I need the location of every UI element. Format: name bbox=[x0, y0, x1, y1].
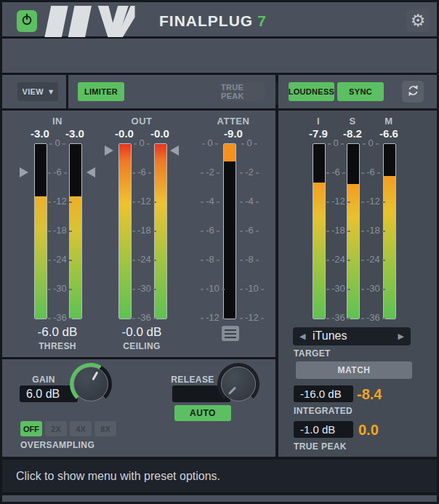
ceiling-label: CEILING bbox=[109, 341, 174, 351]
scale-tick-label: -30 bbox=[130, 284, 153, 294]
true-peak-label: TRUE PEAK bbox=[294, 441, 347, 452]
ceiling-marker-right-icon[interactable] bbox=[170, 145, 179, 156]
scale-tick-label: 0 bbox=[359, 138, 382, 148]
scale-tick-label: -6 bbox=[46, 167, 69, 177]
plugin-title: FINALPLUG7 bbox=[159, 12, 267, 30]
footer-strip bbox=[2, 495, 437, 502]
in-meter-label: IN bbox=[36, 116, 79, 127]
scale-tick-label: -6 bbox=[130, 167, 153, 177]
scale-tick-label: -18 bbox=[130, 225, 153, 236]
target-name: iTunes bbox=[313, 329, 347, 343]
scale-tick-label: -12 bbox=[130, 196, 153, 207]
scale-tick-label: -12 bbox=[359, 196, 382, 207]
title-bar: FINALPLUG7 ⚙ bbox=[2, 2, 437, 36]
finalplug-plugin-window: FINALPLUG7 ⚙ ◀ Default* bbox=[0, 0, 439, 504]
preset-bar: ◀ Default* ▶ A/B ▶ bbox=[2, 39, 437, 73]
oversampling-4x-button[interactable]: 4X bbox=[70, 421, 92, 436]
gain-knob[interactable] bbox=[70, 363, 112, 405]
scale-tick-label: -4 bbox=[198, 196, 222, 207]
scale-tick-label: -24 bbox=[324, 255, 347, 265]
scale-tick-label: -36 bbox=[324, 313, 347, 323]
loudness-toggle-button[interactable]: LOUDNESS bbox=[289, 82, 334, 101]
power-button[interactable] bbox=[17, 10, 37, 32]
atten-scale-right: 0-2-4-6-8-10-12 bbox=[238, 138, 261, 323]
menu-icon[interactable] bbox=[222, 326, 239, 341]
scale-tick-label: -6 bbox=[198, 225, 222, 236]
in-meter-scale: 0-6-12-18-24-30-36 bbox=[46, 138, 69, 323]
ceiling-marker-left-icon[interactable] bbox=[105, 145, 113, 156]
release-knob-pointer bbox=[228, 387, 236, 395]
reset-meters-button[interactable] bbox=[402, 81, 424, 103]
atten-scale-left: 0-2-4-6-8-10-12 bbox=[198, 138, 222, 323]
scale-tick-label: -18 bbox=[359, 225, 382, 236]
scale-tick-label: -36 bbox=[359, 313, 382, 323]
scale-tick-label: 0 bbox=[46, 138, 69, 148]
sync-toggle-button[interactable]: SYNC bbox=[337, 82, 384, 101]
prev-target-icon[interactable]: ◀ bbox=[299, 332, 305, 340]
release-knob[interactable] bbox=[217, 363, 259, 405]
oversampling-label: OVERSAMPLING bbox=[20, 440, 94, 450]
scale-tick-label: -10 bbox=[238, 284, 261, 294]
refresh-icon bbox=[406, 84, 420, 100]
integrated-label: INTEGRATED bbox=[294, 406, 353, 416]
scale-tick-label: -12 bbox=[324, 196, 347, 207]
thresh-marker-left-icon[interactable] bbox=[20, 167, 28, 177]
scale-tick-label: -24 bbox=[130, 255, 153, 265]
target-label: TARGET bbox=[294, 348, 331, 359]
power-icon bbox=[20, 13, 33, 29]
scale-tick-label: -18 bbox=[324, 225, 347, 236]
status-message: Click to show menu with preset options. bbox=[16, 460, 220, 492]
true-peak-measured-value: 0.0 bbox=[358, 422, 379, 439]
scale-tick-label: -6 bbox=[238, 225, 261, 236]
thresh-value[interactable]: -6.0 dB bbox=[25, 325, 90, 340]
gain-label: GAIN bbox=[22, 375, 65, 385]
out-meter-label: OUT bbox=[120, 116, 164, 127]
scale-tick-label: -12 bbox=[46, 196, 69, 207]
next-target-icon[interactable]: ▶ bbox=[398, 332, 404, 340]
oversampling-off-button[interactable]: OFF bbox=[20, 421, 42, 436]
momentary-meter-label: M bbox=[374, 116, 403, 127]
out-meter-scale: 0-6-12-18-24-30-36 bbox=[130, 138, 153, 323]
scale-tick-label: -36 bbox=[46, 313, 69, 323]
scale-tick-label: -4 bbox=[238, 196, 261, 207]
atten-meter-bar bbox=[223, 143, 236, 319]
scale-tick-label: -36 bbox=[130, 313, 153, 323]
auto-release-button[interactable]: AUTO bbox=[174, 405, 231, 421]
scale-tick-label: -8 bbox=[198, 255, 222, 265]
integrated-target-field[interactable]: -16.0 dB bbox=[294, 385, 353, 402]
match-button[interactable]: MATCH bbox=[296, 361, 412, 379]
release-label: RELEASE bbox=[171, 375, 214, 385]
scale-tick-label: 0 bbox=[198, 138, 222, 148]
gain-knob-pointer bbox=[92, 372, 98, 381]
scale-tick-label: -18 bbox=[46, 225, 69, 236]
scale-tick-label: -10 bbox=[198, 284, 222, 294]
loudness-scale-right: 0-6-12-18-24-30-36 bbox=[359, 138, 382, 323]
scale-tick-label: 0 bbox=[238, 138, 261, 148]
thresh-marker-right-icon[interactable] bbox=[86, 167, 95, 177]
gear-icon: ⚙ bbox=[411, 12, 426, 29]
oversampling-2x-button[interactable]: 2X bbox=[45, 421, 67, 436]
scale-tick-label: -12 bbox=[238, 313, 261, 323]
status-bar[interactable]: Click to show menu with preset options. bbox=[2, 460, 437, 492]
limiter-toggle-button[interactable]: LIMITER bbox=[78, 82, 124, 101]
scale-tick-label: 0 bbox=[130, 138, 153, 148]
scale-tick-label: -12 bbox=[198, 313, 222, 323]
loudness-scale-left: 0-6-12-18-24-30-36 bbox=[324, 138, 347, 323]
view-menu-button[interactable]: VIEW ▼ bbox=[17, 82, 58, 101]
shortterm-meter-label: S bbox=[338, 116, 367, 127]
scale-tick-label: -8 bbox=[238, 255, 261, 265]
true-peak-toggle-button[interactable]: TRUE PEAK bbox=[221, 82, 265, 101]
plugin-version: 7 bbox=[257, 12, 267, 29]
target-selector[interactable]: ◀ iTunes ▶ bbox=[293, 327, 411, 345]
scale-tick-label: -30 bbox=[359, 284, 382, 294]
true-peak-target-field[interactable]: -1.0 dB bbox=[294, 421, 353, 438]
settings-button[interactable]: ⚙ bbox=[406, 9, 430, 32]
scale-tick-label: -24 bbox=[46, 255, 69, 265]
scale-tick-label: -30 bbox=[46, 284, 69, 294]
oversampling-8x-button[interactable]: 8X bbox=[94, 421, 116, 436]
scale-tick-label: -6 bbox=[324, 167, 347, 177]
thresh-label: THRESH bbox=[25, 341, 90, 351]
scale-tick-label: -2 bbox=[238, 167, 261, 177]
chevron-down-icon: ▼ bbox=[49, 89, 53, 95]
ceiling-value[interactable]: -0.0 dB bbox=[109, 325, 174, 340]
